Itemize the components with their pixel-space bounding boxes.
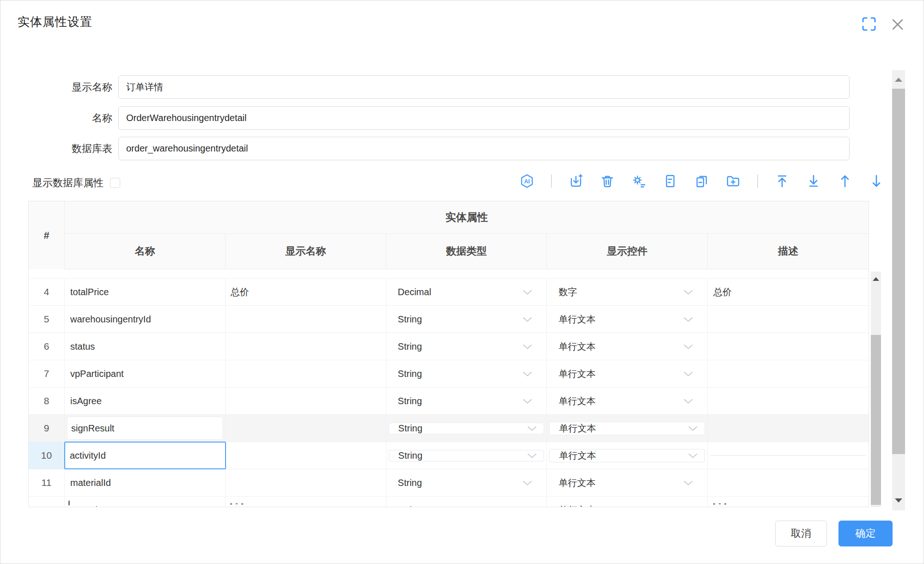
cell-name[interactable]: totalPrice [65,279,226,305]
cell-display-name[interactable] [226,415,386,442]
cell-description[interactable] [708,442,869,469]
dialog-title: 实体属性设置 [18,14,92,30]
table-row: 4 totalPrice 总价 Decimal 数字 总价 [29,279,869,306]
table-header: # 实体属性 名称 显示名称 数据类型 显示控件 描述 [29,201,869,269]
group-header: 实体属性 [65,201,869,234]
close-button[interactable] [890,17,905,32]
cell-control-select[interactable]: 单行文本 [547,306,708,333]
cell-description[interactable]: 总价 [708,279,869,305]
cell-description[interactable] [708,360,869,387]
cell-description[interactable] [708,415,869,442]
cell-display-name[interactable] [226,442,386,469]
cell-name[interactable]: specId [65,497,226,507]
table-scrollbar-thumb[interactable] [871,335,881,505]
cell-data-type-select[interactable]: Decimal [386,279,547,305]
entity-attribute-dialog: 实体属性设置 显示名称 名称 数据库表 显示数据库属性 [0,0,924,564]
cell-data-type-select[interactable]: String [386,360,547,387]
cell-display-name[interactable] [226,306,386,333]
display-name-input[interactable] [118,75,850,99]
cell-data-type-select[interactable]: String [386,415,547,442]
cell-display-name[interactable] [226,333,386,360]
chevron-down-icon [683,505,693,507]
move-to-bottom-icon[interactable] [806,174,821,188]
cell-name[interactable]: isAgree [65,388,226,414]
cell-data-type-select[interactable]: String [386,306,547,333]
row-index: 7 [29,360,65,387]
cell-display-name[interactable] [226,388,386,414]
cell-data-type-select[interactable]: String [386,442,547,469]
field-list-icon[interactable] [663,174,678,188]
chevron-down-icon [683,396,693,406]
dialog-scrollbar-thumb[interactable] [892,89,905,454]
cell-control-select[interactable]: 单行文本 [547,415,708,442]
cell-display-name[interactable] [226,497,386,507]
move-down-icon[interactable] [869,174,884,188]
cell-name[interactable]: warehousingentryId [65,306,226,333]
name-label: 名称 [0,111,112,125]
chevron-down-icon [683,478,693,488]
toolbar-divider [551,175,552,188]
cell-control-select[interactable]: 单行文本 [547,442,708,469]
import-icon[interactable] [569,174,583,188]
cell-data-type-select[interactable]: String [386,497,547,507]
table-scrollbar[interactable] [871,272,881,507]
row-index: 6 [29,333,65,360]
cell-description[interactable] [708,469,869,496]
chevron-down-icon [522,341,532,352]
copy-icon[interactable] [694,174,709,188]
cell-name[interactable]: materialId [65,469,226,496]
table-row-selected: 10 activityId String 单行文本 [29,442,869,469]
cell-data-type-select[interactable]: String [386,333,547,360]
row-index: 5 [29,306,65,333]
dialog-scrollbar[interactable] [892,70,905,510]
ai-icon[interactable]: AI [520,174,534,188]
cell-name[interactable]: signResult [65,415,226,442]
cell-control-select[interactable]: 单行文本 [547,469,708,496]
cell-description[interactable] [708,333,869,360]
settings-icon[interactable] [631,174,646,188]
scroll-up-arrow-icon[interactable] [892,70,905,89]
fullscreen-button[interactable] [861,16,877,32]
column-header-control: 显示控件 [547,234,708,269]
cell-display-name[interactable] [226,469,386,496]
cell-name[interactable]: status [65,333,226,360]
show-db-props-label: 显示数据库属性 [32,176,104,190]
cell-description[interactable] [708,306,869,333]
move-to-top-icon[interactable] [775,174,789,188]
add-folder-icon[interactable] [726,174,740,188]
show-db-props-checkbox[interactable] [110,178,120,188]
cell-control-select[interactable]: 单行文本 [547,333,708,360]
fullscreen-icon [861,27,877,34]
cancel-button[interactable]: 取消 [775,521,827,546]
confirm-button[interactable]: 确定 [838,521,893,546]
cell-control-select[interactable]: 单行文本 [547,388,708,414]
move-up-icon[interactable] [838,174,852,188]
cell-description[interactable] [708,497,869,507]
entity-attribute-table: # 实体属性 名称 显示名称 数据类型 显示控件 描述 4 totalPr [28,201,869,507]
cell-data-type-select[interactable]: String [386,469,547,496]
cell-control-select[interactable]: 单行文本 [547,497,708,507]
chevron-down-icon [688,423,698,434]
cell-name-editing-input[interactable]: activityId [65,442,226,469]
cell-display-name[interactable] [226,360,386,387]
db-table-input[interactable] [118,137,850,160]
chevron-down-icon [683,369,693,379]
cell-control-select[interactable]: 数字 [547,279,708,305]
chevron-down-icon [527,423,537,434]
name-input[interactable] [118,106,850,130]
table-row: 11 materialId String 单行文本 [29,469,869,497]
scroll-down-arrow-icon[interactable] [892,494,905,507]
table-row: 6 status String 单行文本 [29,333,869,360]
cell-description[interactable] [708,388,869,414]
column-header-display-name: 显示名称 [226,234,386,269]
toolbar-divider [757,175,758,188]
show-db-props-row: 显示数据库属性 [32,176,120,190]
cell-display-name[interactable]: 总价 [226,279,386,305]
cell-control-select[interactable]: 单行文本 [547,360,708,387]
cell-name[interactable]: vpParticipant [65,360,226,387]
scroll-up-arrow-icon[interactable] [871,273,881,285]
close-icon [890,26,905,33]
cell-data-type-select[interactable]: String [386,388,547,414]
chevron-down-icon [522,287,532,297]
delete-icon[interactable] [600,174,615,188]
